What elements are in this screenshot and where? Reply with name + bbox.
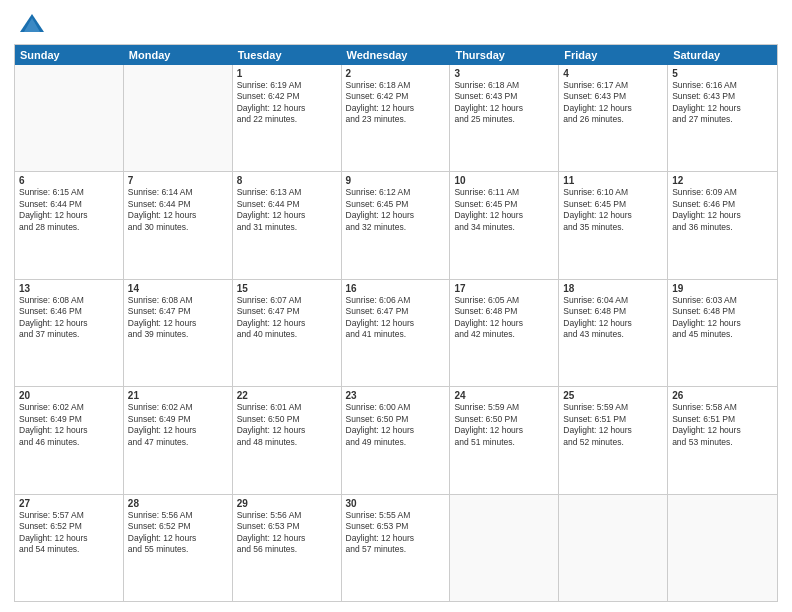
cell-info-line: Daylight: 12 hours: [19, 425, 119, 436]
cell-info-line: Sunrise: 6:06 AM: [346, 295, 446, 306]
calendar-body: 1Sunrise: 6:19 AMSunset: 6:42 PMDaylight…: [15, 65, 777, 601]
cell-info-line: Sunset: 6:51 PM: [563, 414, 663, 425]
cell-info-line: and 51 minutes.: [454, 437, 554, 448]
cell-info-line: Daylight: 12 hours: [563, 425, 663, 436]
cell-info-line: and 28 minutes.: [19, 222, 119, 233]
cell-info-line: and 55 minutes.: [128, 544, 228, 555]
cell-info-line: Sunset: 6:45 PM: [563, 199, 663, 210]
calendar-week-5: 27Sunrise: 5:57 AMSunset: 6:52 PMDayligh…: [15, 495, 777, 601]
calendar-cell: 9Sunrise: 6:12 AMSunset: 6:45 PMDaylight…: [342, 172, 451, 278]
cell-info-line: Sunset: 6:47 PM: [128, 306, 228, 317]
day-number: 12: [672, 175, 773, 186]
cell-info-line: Sunrise: 6:09 AM: [672, 187, 773, 198]
cell-info-line: Daylight: 12 hours: [454, 103, 554, 114]
cell-info-line: Daylight: 12 hours: [346, 103, 446, 114]
cell-info-line: Daylight: 12 hours: [346, 210, 446, 221]
logo-icon: [18, 10, 46, 38]
cell-info-line: and 52 minutes.: [563, 437, 663, 448]
calendar-cell: 24Sunrise: 5:59 AMSunset: 6:50 PMDayligh…: [450, 387, 559, 493]
calendar-cell: 19Sunrise: 6:03 AMSunset: 6:48 PMDayligh…: [668, 280, 777, 386]
calendar-cell: 30Sunrise: 5:55 AMSunset: 6:53 PMDayligh…: [342, 495, 451, 601]
calendar-cell: 4Sunrise: 6:17 AMSunset: 6:43 PMDaylight…: [559, 65, 668, 171]
calendar-cell: 10Sunrise: 6:11 AMSunset: 6:45 PMDayligh…: [450, 172, 559, 278]
day-number: 7: [128, 175, 228, 186]
cell-info-line: Sunset: 6:53 PM: [237, 521, 337, 532]
cell-info-line: Daylight: 12 hours: [346, 425, 446, 436]
calendar-cell: 21Sunrise: 6:02 AMSunset: 6:49 PMDayligh…: [124, 387, 233, 493]
calendar-cell: 25Sunrise: 5:59 AMSunset: 6:51 PMDayligh…: [559, 387, 668, 493]
calendar-cell: 15Sunrise: 6:07 AMSunset: 6:47 PMDayligh…: [233, 280, 342, 386]
cell-info-line: and 43 minutes.: [563, 329, 663, 340]
day-number: 19: [672, 283, 773, 294]
calendar-header: SundayMondayTuesdayWednesdayThursdayFrid…: [15, 45, 777, 65]
cell-info-line: Sunrise: 6:16 AM: [672, 80, 773, 91]
day-number: 3: [454, 68, 554, 79]
cell-info-line: and 26 minutes.: [563, 114, 663, 125]
calendar-cell: 3Sunrise: 6:18 AMSunset: 6:43 PMDaylight…: [450, 65, 559, 171]
cell-info-line: Daylight: 12 hours: [563, 210, 663, 221]
cell-info-line: Sunrise: 5:58 AM: [672, 402, 773, 413]
cell-info-line: Sunrise: 6:18 AM: [346, 80, 446, 91]
cell-info-line: Sunset: 6:42 PM: [237, 91, 337, 102]
cell-info-line: and 46 minutes.: [19, 437, 119, 448]
cell-info-line: and 40 minutes.: [237, 329, 337, 340]
calendar-cell: 16Sunrise: 6:06 AMSunset: 6:47 PMDayligh…: [342, 280, 451, 386]
calendar-cell: 18Sunrise: 6:04 AMSunset: 6:48 PMDayligh…: [559, 280, 668, 386]
day-number: 30: [346, 498, 446, 509]
cell-info-line: Sunset: 6:43 PM: [454, 91, 554, 102]
calendar-cell: 14Sunrise: 6:08 AMSunset: 6:47 PMDayligh…: [124, 280, 233, 386]
cell-info-line: Sunrise: 5:56 AM: [128, 510, 228, 521]
cell-info-line: and 25 minutes.: [454, 114, 554, 125]
calendar-cell: [124, 65, 233, 171]
cell-info-line: Daylight: 12 hours: [237, 210, 337, 221]
cell-info-line: Sunrise: 6:14 AM: [128, 187, 228, 198]
cell-info-line: Sunset: 6:48 PM: [563, 306, 663, 317]
cell-info-line: Sunrise: 6:00 AM: [346, 402, 446, 413]
cell-info-line: Sunset: 6:49 PM: [128, 414, 228, 425]
cell-info-line: Daylight: 12 hours: [128, 318, 228, 329]
calendar-cell: 27Sunrise: 5:57 AMSunset: 6:52 PMDayligh…: [15, 495, 124, 601]
cell-info-line: Sunset: 6:45 PM: [454, 199, 554, 210]
cell-info-line: Daylight: 12 hours: [19, 533, 119, 544]
cell-info-line: Sunrise: 6:08 AM: [128, 295, 228, 306]
cell-info-line: Sunrise: 6:04 AM: [563, 295, 663, 306]
cell-info-line: Sunrise: 5:59 AM: [454, 402, 554, 413]
cell-info-line: Sunrise: 6:18 AM: [454, 80, 554, 91]
day-number: 27: [19, 498, 119, 509]
calendar-cell: 29Sunrise: 5:56 AMSunset: 6:53 PMDayligh…: [233, 495, 342, 601]
cell-info-line: Sunset: 6:48 PM: [454, 306, 554, 317]
day-number: 26: [672, 390, 773, 401]
calendar-cell: 7Sunrise: 6:14 AMSunset: 6:44 PMDaylight…: [124, 172, 233, 278]
calendar-cell: 1Sunrise: 6:19 AMSunset: 6:42 PMDaylight…: [233, 65, 342, 171]
calendar-cell: 23Sunrise: 6:00 AMSunset: 6:50 PMDayligh…: [342, 387, 451, 493]
cell-info-line: Sunrise: 5:55 AM: [346, 510, 446, 521]
calendar-cell: 12Sunrise: 6:09 AMSunset: 6:46 PMDayligh…: [668, 172, 777, 278]
cell-info-line: Daylight: 12 hours: [672, 425, 773, 436]
cell-info-line: Sunrise: 6:08 AM: [19, 295, 119, 306]
cell-info-line: and 41 minutes.: [346, 329, 446, 340]
cell-info-line: Sunrise: 6:01 AM: [237, 402, 337, 413]
day-number: 2: [346, 68, 446, 79]
calendar-cell: [559, 495, 668, 601]
day-number: 8: [237, 175, 337, 186]
day-number: 5: [672, 68, 773, 79]
cell-info-line: Daylight: 12 hours: [454, 210, 554, 221]
cell-info-line: Sunset: 6:46 PM: [19, 306, 119, 317]
day-number: 4: [563, 68, 663, 79]
calendar-week-4: 20Sunrise: 6:02 AMSunset: 6:49 PMDayligh…: [15, 387, 777, 494]
cell-info-line: Sunrise: 5:56 AM: [237, 510, 337, 521]
day-number: 18: [563, 283, 663, 294]
day-number: 24: [454, 390, 554, 401]
day-number: 23: [346, 390, 446, 401]
cell-info-line: Sunrise: 6:15 AM: [19, 187, 119, 198]
cell-info-line: Sunset: 6:43 PM: [672, 91, 773, 102]
cell-info-line: Daylight: 12 hours: [454, 318, 554, 329]
cell-info-line: Sunrise: 6:07 AM: [237, 295, 337, 306]
cell-info-line: Daylight: 12 hours: [672, 210, 773, 221]
cell-info-line: Sunrise: 6:19 AM: [237, 80, 337, 91]
cell-info-line: and 45 minutes.: [672, 329, 773, 340]
cell-info-line: Daylight: 12 hours: [237, 103, 337, 114]
cell-info-line: and 36 minutes.: [672, 222, 773, 233]
cell-info-line: and 57 minutes.: [346, 544, 446, 555]
cell-info-line: and 39 minutes.: [128, 329, 228, 340]
